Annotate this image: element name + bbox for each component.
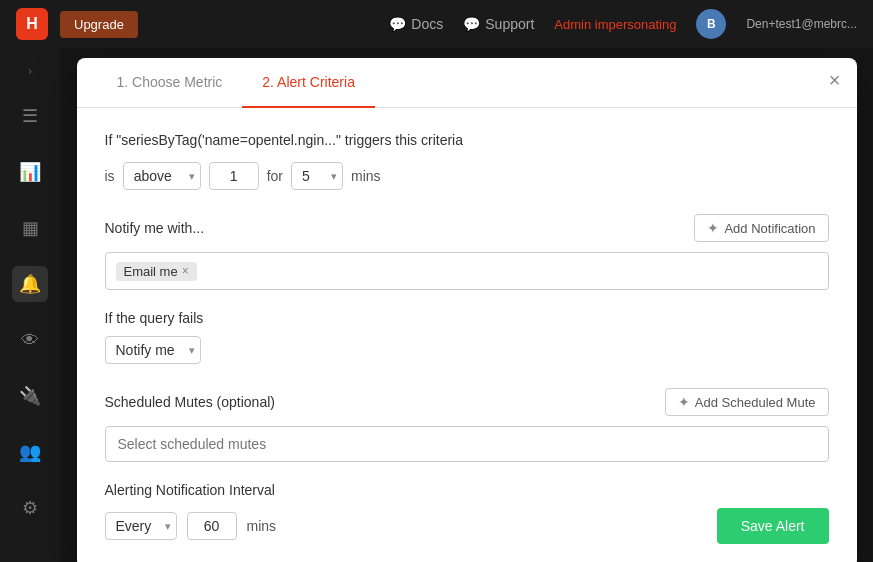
modal-overlay: × 1. Choose Metric 2. Alert Criteria If … xyxy=(60,48,873,562)
tab-alert-criteria[interactable]: 2. Alert Criteria xyxy=(242,58,375,108)
topbar-nav: 💬 Docs 💬 Support Admin impersonating B D… xyxy=(389,9,857,39)
condition-type-select[interactable]: above below equals xyxy=(123,162,201,190)
notify-title: Notify me with... xyxy=(105,220,205,236)
query-fail-select[interactable]: Notify me Ignore Alert xyxy=(105,336,201,364)
every-select-wrapper: Every 1 5 10 30 60 xyxy=(105,512,177,540)
sidebar-icon-watch[interactable]: 👁 xyxy=(12,322,48,358)
add-scheduled-mute-button[interactable]: ✦ Add Scheduled Mute xyxy=(665,388,829,416)
email-me-tag: Email me × xyxy=(116,262,197,281)
notify-text-input[interactable] xyxy=(203,263,818,279)
topbar: H Upgrade 💬 Docs 💬 Support Admin imperso… xyxy=(0,0,873,48)
sidebar-icon-settings[interactable]: ⚙ xyxy=(12,490,48,526)
interval-row: Every 1 5 10 30 60 mins Save Alert xyxy=(105,508,829,544)
user-email: Den+test1@mebrc... xyxy=(746,17,857,31)
interval-left: Every 1 5 10 30 60 mins xyxy=(105,512,277,540)
sidebar-collapse-button[interactable]: › xyxy=(28,64,32,78)
add-notification-button[interactable]: ✦ Add Notification xyxy=(694,214,828,242)
every-select[interactable]: Every 1 5 10 30 60 xyxy=(105,512,177,540)
sidebar-icon-home[interactable]: ☰ xyxy=(12,98,48,134)
notify-tag-input[interactable]: Email me × xyxy=(105,252,829,290)
support-icon: 💬 xyxy=(463,16,480,32)
docs-link[interactable]: 💬 Docs xyxy=(389,16,443,32)
app-logo: H xyxy=(16,8,48,40)
criteria-title: If "seriesByTag('name=opentel.ngin..." t… xyxy=(105,132,829,148)
plus-icon: ✦ xyxy=(707,220,719,236)
alert-criteria-modal: × 1. Choose Metric 2. Alert Criteria If … xyxy=(77,58,857,562)
save-alert-button[interactable]: Save Alert xyxy=(717,508,829,544)
interval-value-input[interactable] xyxy=(187,512,237,540)
sidebar-icon-alerts[interactable]: 🔔 xyxy=(12,266,48,302)
upgrade-button[interactable]: Upgrade xyxy=(60,11,138,38)
sidebar-icon-integrations[interactable]: 🔌 xyxy=(12,378,48,414)
scheduled-mutes-header: Scheduled Mutes (optional) ✦ Add Schedul… xyxy=(105,388,829,416)
condition-row: is above below equals for 5 10 15 30 xyxy=(105,162,829,190)
condition-duration-wrapper: 5 10 15 30 xyxy=(291,162,343,190)
for-label: for xyxy=(267,168,283,184)
admin-label: Admin impersonating xyxy=(554,17,676,32)
condition-value-input[interactable] xyxy=(209,162,259,190)
docs-icon: 💬 xyxy=(389,16,406,32)
scheduled-mutes-input[interactable] xyxy=(105,426,829,462)
scheduled-mutes-title: Scheduled Mutes (optional) xyxy=(105,394,275,410)
remove-email-tag[interactable]: × xyxy=(182,264,189,278)
user-avatar: B xyxy=(696,9,726,39)
add-mute-icon: ✦ xyxy=(678,394,690,410)
is-label: is xyxy=(105,168,115,184)
interval-unit-label: mins xyxy=(247,518,277,534)
condition-duration-select[interactable]: 5 10 15 30 xyxy=(291,162,343,190)
tab-choose-metric[interactable]: 1. Choose Metric xyxy=(97,58,243,108)
sidebar-icon-charts[interactable]: 📊 xyxy=(12,154,48,190)
sidebar: › ☰ 📊 ▦ 🔔 👁 🔌 👥 ⚙ xyxy=(0,48,60,562)
notify-section-header: Notify me with... ✦ Add Notification xyxy=(105,214,829,242)
sidebar-icon-users[interactable]: 👥 xyxy=(12,434,48,470)
condition-unit-label: mins xyxy=(351,168,381,184)
query-fail-title: If the query fails xyxy=(105,310,829,326)
query-fail-section: If the query fails Notify me Ignore Aler… xyxy=(105,310,829,364)
query-fail-wrapper: Notify me Ignore Alert xyxy=(105,336,201,364)
interval-title: Alerting Notification Interval xyxy=(105,482,829,498)
sidebar-icon-dashboards[interactable]: ▦ xyxy=(12,210,48,246)
modal-close-button[interactable]: × xyxy=(829,70,841,90)
support-link[interactable]: 💬 Support xyxy=(463,16,534,32)
condition-type-wrapper: above below equals xyxy=(123,162,201,190)
modal-tabs: 1. Choose Metric 2. Alert Criteria xyxy=(77,58,857,108)
modal-body: If "seriesByTag('name=opentel.ngin..." t… xyxy=(77,108,857,562)
